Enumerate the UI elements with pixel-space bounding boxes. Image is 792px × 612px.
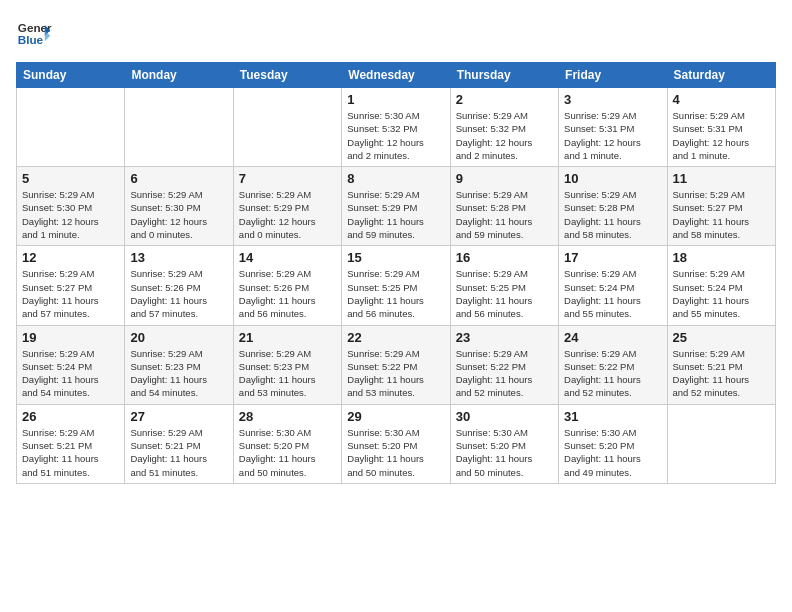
calendar-week-row: 5Sunrise: 5:29 AM Sunset: 5:30 PM Daylig…: [17, 167, 776, 246]
day-info: Sunrise: 5:29 AM Sunset: 5:29 PM Dayligh…: [347, 188, 444, 241]
calendar-cell: 13Sunrise: 5:29 AM Sunset: 5:26 PM Dayli…: [125, 246, 233, 325]
day-number: 13: [130, 250, 227, 265]
weekday-header-monday: Monday: [125, 63, 233, 88]
day-number: 28: [239, 409, 336, 424]
day-number: 1: [347, 92, 444, 107]
day-number: 5: [22, 171, 119, 186]
day-info: Sunrise: 5:29 AM Sunset: 5:32 PM Dayligh…: [456, 109, 553, 162]
day-info: Sunrise: 5:29 AM Sunset: 5:27 PM Dayligh…: [22, 267, 119, 320]
day-info: Sunrise: 5:29 AM Sunset: 5:22 PM Dayligh…: [456, 347, 553, 400]
day-number: 10: [564, 171, 661, 186]
calendar-cell: 3Sunrise: 5:29 AM Sunset: 5:31 PM Daylig…: [559, 88, 667, 167]
day-number: 31: [564, 409, 661, 424]
calendar-cell: 31Sunrise: 5:30 AM Sunset: 5:20 PM Dayli…: [559, 404, 667, 483]
day-number: 9: [456, 171, 553, 186]
calendar-cell: 23Sunrise: 5:29 AM Sunset: 5:22 PM Dayli…: [450, 325, 558, 404]
day-number: 15: [347, 250, 444, 265]
calendar-cell: [125, 88, 233, 167]
calendar-week-row: 26Sunrise: 5:29 AM Sunset: 5:21 PM Dayli…: [17, 404, 776, 483]
calendar-cell: 25Sunrise: 5:29 AM Sunset: 5:21 PM Dayli…: [667, 325, 775, 404]
calendar-cell: 12Sunrise: 5:29 AM Sunset: 5:27 PM Dayli…: [17, 246, 125, 325]
calendar-week-row: 12Sunrise: 5:29 AM Sunset: 5:27 PM Dayli…: [17, 246, 776, 325]
calendar-cell: 14Sunrise: 5:29 AM Sunset: 5:26 PM Dayli…: [233, 246, 341, 325]
day-info: Sunrise: 5:30 AM Sunset: 5:20 PM Dayligh…: [456, 426, 553, 479]
day-number: 26: [22, 409, 119, 424]
calendar-cell: 22Sunrise: 5:29 AM Sunset: 5:22 PM Dayli…: [342, 325, 450, 404]
calendar-cell: 11Sunrise: 5:29 AM Sunset: 5:27 PM Dayli…: [667, 167, 775, 246]
logo: General Blue: [16, 16, 52, 52]
day-info: Sunrise: 5:30 AM Sunset: 5:20 PM Dayligh…: [239, 426, 336, 479]
day-number: 16: [456, 250, 553, 265]
day-number: 21: [239, 330, 336, 345]
day-info: Sunrise: 5:29 AM Sunset: 5:24 PM Dayligh…: [673, 267, 770, 320]
calendar-cell: 8Sunrise: 5:29 AM Sunset: 5:29 PM Daylig…: [342, 167, 450, 246]
day-number: 7: [239, 171, 336, 186]
day-number: 22: [347, 330, 444, 345]
calendar-cell: 2Sunrise: 5:29 AM Sunset: 5:32 PM Daylig…: [450, 88, 558, 167]
calendar-cell: 9Sunrise: 5:29 AM Sunset: 5:28 PM Daylig…: [450, 167, 558, 246]
calendar-cell: 24Sunrise: 5:29 AM Sunset: 5:22 PM Dayli…: [559, 325, 667, 404]
day-number: 3: [564, 92, 661, 107]
day-info: Sunrise: 5:29 AM Sunset: 5:23 PM Dayligh…: [239, 347, 336, 400]
logo-icon: General Blue: [16, 16, 52, 52]
day-info: Sunrise: 5:29 AM Sunset: 5:26 PM Dayligh…: [130, 267, 227, 320]
day-number: 8: [347, 171, 444, 186]
day-number: 20: [130, 330, 227, 345]
weekday-header-sunday: Sunday: [17, 63, 125, 88]
calendar-cell: 16Sunrise: 5:29 AM Sunset: 5:25 PM Dayli…: [450, 246, 558, 325]
weekday-header-wednesday: Wednesday: [342, 63, 450, 88]
calendar-week-row: 19Sunrise: 5:29 AM Sunset: 5:24 PM Dayli…: [17, 325, 776, 404]
weekday-header-saturday: Saturday: [667, 63, 775, 88]
calendar-cell: 26Sunrise: 5:29 AM Sunset: 5:21 PM Dayli…: [17, 404, 125, 483]
day-info: Sunrise: 5:29 AM Sunset: 5:21 PM Dayligh…: [22, 426, 119, 479]
calendar-cell: [233, 88, 341, 167]
day-info: Sunrise: 5:29 AM Sunset: 5:26 PM Dayligh…: [239, 267, 336, 320]
day-number: 14: [239, 250, 336, 265]
day-number: 29: [347, 409, 444, 424]
day-info: Sunrise: 5:30 AM Sunset: 5:20 PM Dayligh…: [564, 426, 661, 479]
day-info: Sunrise: 5:29 AM Sunset: 5:21 PM Dayligh…: [130, 426, 227, 479]
day-number: 12: [22, 250, 119, 265]
day-info: Sunrise: 5:29 AM Sunset: 5:22 PM Dayligh…: [347, 347, 444, 400]
day-number: 4: [673, 92, 770, 107]
day-info: Sunrise: 5:29 AM Sunset: 5:21 PM Dayligh…: [673, 347, 770, 400]
day-number: 6: [130, 171, 227, 186]
svg-text:Blue: Blue: [18, 33, 44, 46]
day-info: Sunrise: 5:29 AM Sunset: 5:24 PM Dayligh…: [22, 347, 119, 400]
calendar-cell: 4Sunrise: 5:29 AM Sunset: 5:31 PM Daylig…: [667, 88, 775, 167]
calendar-cell: 18Sunrise: 5:29 AM Sunset: 5:24 PM Dayli…: [667, 246, 775, 325]
calendar-table: SundayMondayTuesdayWednesdayThursdayFrid…: [16, 62, 776, 484]
calendar-cell: 19Sunrise: 5:29 AM Sunset: 5:24 PM Dayli…: [17, 325, 125, 404]
day-info: Sunrise: 5:30 AM Sunset: 5:20 PM Dayligh…: [347, 426, 444, 479]
calendar-cell: [667, 404, 775, 483]
day-info: Sunrise: 5:29 AM Sunset: 5:22 PM Dayligh…: [564, 347, 661, 400]
calendar-cell: 21Sunrise: 5:29 AM Sunset: 5:23 PM Dayli…: [233, 325, 341, 404]
day-info: Sunrise: 5:29 AM Sunset: 5:30 PM Dayligh…: [130, 188, 227, 241]
calendar-cell: 30Sunrise: 5:30 AM Sunset: 5:20 PM Dayli…: [450, 404, 558, 483]
day-info: Sunrise: 5:29 AM Sunset: 5:23 PM Dayligh…: [130, 347, 227, 400]
calendar-cell: 7Sunrise: 5:29 AM Sunset: 5:29 PM Daylig…: [233, 167, 341, 246]
day-number: 23: [456, 330, 553, 345]
weekday-header-tuesday: Tuesday: [233, 63, 341, 88]
day-number: 2: [456, 92, 553, 107]
day-number: 24: [564, 330, 661, 345]
day-number: 30: [456, 409, 553, 424]
day-number: 27: [130, 409, 227, 424]
calendar-cell: 17Sunrise: 5:29 AM Sunset: 5:24 PM Dayli…: [559, 246, 667, 325]
calendar-cell: 10Sunrise: 5:29 AM Sunset: 5:28 PM Dayli…: [559, 167, 667, 246]
calendar-cell: 15Sunrise: 5:29 AM Sunset: 5:25 PM Dayli…: [342, 246, 450, 325]
calendar-cell: 1Sunrise: 5:30 AM Sunset: 5:32 PM Daylig…: [342, 88, 450, 167]
day-info: Sunrise: 5:29 AM Sunset: 5:30 PM Dayligh…: [22, 188, 119, 241]
day-info: Sunrise: 5:29 AM Sunset: 5:29 PM Dayligh…: [239, 188, 336, 241]
day-info: Sunrise: 5:29 AM Sunset: 5:31 PM Dayligh…: [673, 109, 770, 162]
day-number: 17: [564, 250, 661, 265]
day-info: Sunrise: 5:29 AM Sunset: 5:25 PM Dayligh…: [347, 267, 444, 320]
calendar-cell: 6Sunrise: 5:29 AM Sunset: 5:30 PM Daylig…: [125, 167, 233, 246]
day-info: Sunrise: 5:29 AM Sunset: 5:28 PM Dayligh…: [564, 188, 661, 241]
day-info: Sunrise: 5:29 AM Sunset: 5:28 PM Dayligh…: [456, 188, 553, 241]
weekday-header-row: SundayMondayTuesdayWednesdayThursdayFrid…: [17, 63, 776, 88]
day-number: 18: [673, 250, 770, 265]
page-header: General Blue: [16, 16, 776, 52]
day-info: Sunrise: 5:29 AM Sunset: 5:24 PM Dayligh…: [564, 267, 661, 320]
day-info: Sunrise: 5:30 AM Sunset: 5:32 PM Dayligh…: [347, 109, 444, 162]
